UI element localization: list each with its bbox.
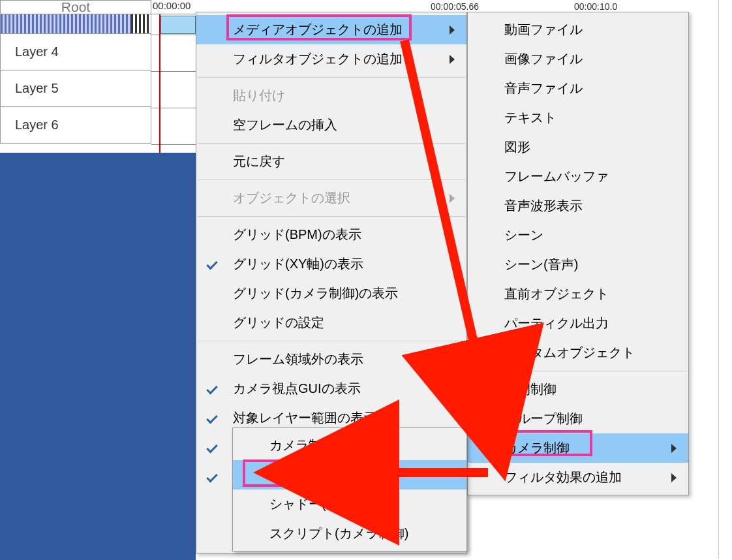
menu-item-label: カスタムオブジェクト: [504, 344, 635, 362]
menu-item[interactable]: カメラ制御: [233, 431, 466, 460]
menu-item[interactable]: 貼り付け: [196, 81, 466, 110]
menu-item-label: フィルタオブジェクトの追加: [233, 50, 403, 68]
menu-item[interactable]: スクリプト(カメラ制御): [233, 519, 466, 548]
checkmark-icon: [206, 471, 218, 482]
menu-item-label: 画像ファイル: [504, 50, 583, 68]
layer-scrollbar[interactable]: [0, 14, 151, 34]
menu-item-label: グループ制御: [504, 410, 583, 428]
menu-item[interactable]: カスタムオブジェクト: [468, 338, 688, 367]
menu-item[interactable]: パーティクル出力: [468, 309, 688, 338]
menu-item-label: カメラ視点GUIの表示: [233, 380, 361, 397]
menu-item-label: グリッドの設定: [233, 314, 324, 332]
checkmark-icon: [206, 412, 218, 424]
layer-name[interactable]: Layer 5: [0, 70, 151, 107]
menu-item-label: 空フレームの挿入: [233, 116, 337, 134]
menu-item-label: カメラ効果: [269, 466, 335, 484]
menu-item[interactable]: 音声波形表示: [468, 191, 688, 221]
menu-item-label: オブジェクトの選択: [233, 189, 350, 207]
menu-item-label: 動画ファイル: [504, 21, 583, 39]
menu-item[interactable]: グループ制御: [468, 404, 688, 433]
menu-item[interactable]: カメラ制御: [468, 433, 688, 463]
menu-item[interactable]: カメラ視点GUIの表示: [196, 374, 466, 403]
timeline-clip[interactable]: [160, 16, 196, 34]
menu-item[interactable]: 直前オブジェクト: [468, 279, 688, 309]
menu-item-label: 対象レイヤー範囲の表示: [233, 409, 376, 427]
menu-item-label: シーン(音声): [504, 256, 578, 273]
menu-item-label: グリッド(XY軸)の表示: [233, 255, 363, 273]
layer-name[interactable]: Layer 4: [0, 34, 151, 70]
menu-item[interactable]: シャドー(カメラ制御): [233, 490, 466, 519]
submenu-arrow-icon: [671, 473, 677, 482]
menu-separator: [198, 143, 465, 144]
menu-item-label: 図形: [504, 138, 530, 156]
menu-item-label: 直前オブジェクト: [504, 285, 609, 303]
submenu-camera-control[interactable]: カメラ制御カメラ効果シャドー(カメラ制御)スクリプト(カメラ制御): [232, 428, 467, 552]
menu-item-label: カメラ制御: [504, 439, 570, 457]
menu-item[interactable]: フィルタオブジェクトの追加: [196, 44, 466, 74]
menu-separator: [198, 77, 465, 78]
ruler-time-0: 00:00:00: [153, 0, 191, 11]
menu-item[interactable]: フレームバッファ: [468, 162, 688, 191]
menu-item[interactable]: 元に戻す: [196, 147, 466, 176]
menu-item-label: カメラ制御: [269, 437, 335, 454]
menu-item[interactable]: 図形: [468, 132, 688, 162]
menu-item[interactable]: オブジェクトの選択: [196, 183, 466, 213]
layer-panel: Root Layer 4 Layer 5 Layer 6: [0, 0, 151, 144]
submenu-arrow-icon: [450, 194, 455, 203]
menu-item[interactable]: テキスト: [468, 103, 688, 132]
menu-item[interactable]: カメラ効果: [233, 460, 466, 490]
menu-item[interactable]: シーン(音声): [468, 250, 688, 279]
menu-item-label: シーン: [504, 226, 543, 244]
timeline-track-background: [0, 153, 151, 560]
menu-item-label: グリッド(カメラ制御)の表示: [233, 285, 398, 302]
menu-item-label: 貼り付け: [233, 87, 285, 104]
ruler-time-2: 00:00:10.0: [574, 1, 617, 12]
menu-item-label: パーティクル出力: [504, 315, 609, 332]
menu-item-label: グリッド(BPM)の表示: [233, 226, 361, 243]
menu-item-label: 元に戻す: [233, 153, 285, 170]
timeline-area[interactable]: 00:00:00: [151, 0, 196, 560]
menu-item[interactable]: グリッド(カメラ制御)の表示: [196, 279, 466, 308]
menu-item-label: フィルタ効果の追加: [504, 469, 622, 486]
menu-separator: [198, 216, 465, 217]
menu-item-label: 音声波形表示: [504, 197, 583, 215]
menu-separator: [198, 179, 465, 180]
timeline-ruler[interactable]: 00:00:00: [151, 0, 196, 14]
menu-item[interactable]: 空フレームの挿入: [196, 110, 466, 140]
menu-item-label: テキスト: [504, 109, 557, 127]
menu-item[interactable]: シーン: [468, 221, 688, 250]
menu-item[interactable]: 画像ファイル: [468, 44, 688, 74]
menu-item[interactable]: メディアオブジェクトの追加: [196, 15, 466, 44]
menu-item[interactable]: グリッド(BPM)の表示: [196, 220, 466, 249]
menu-item-label: メディアオブジェクトの追加: [233, 21, 403, 39]
menu-item[interactable]: 音声ファイル: [468, 74, 688, 103]
menu-item[interactable]: グリッド(XY軸)の表示: [196, 249, 466, 279]
menu-item[interactable]: 時間制御: [468, 375, 688, 404]
menu-item[interactable]: フィルタ効果の追加: [468, 463, 688, 492]
submenu-arrow-icon: [671, 444, 677, 453]
checkmark-icon: [206, 382, 218, 394]
menu-item-label: シャドー(カメラ制御): [269, 495, 395, 513]
checkmark-icon: [206, 258, 218, 270]
ruler-time-1: 00:00:05.66: [431, 1, 479, 12]
menu-item-label: スクリプト(カメラ制御): [269, 525, 408, 542]
menu-item[interactable]: フレーム領域外の表示: [196, 345, 466, 374]
submenu-arrow-icon: [450, 25, 455, 35]
layer-root-label: Root: [0, 0, 151, 14]
menu-item-label: 時間制御: [504, 381, 557, 398]
menu-item-label: フレーム領域外の表示: [233, 350, 363, 368]
menu-item[interactable]: 動画ファイル: [468, 15, 688, 44]
menu-item-label: フレームバッファ: [504, 168, 609, 185]
submenu-arrow-icon: [450, 55, 455, 64]
submenu-media-object[interactable]: 動画ファイル画像ファイル音声ファイルテキスト図形フレームバッファ音声波形表示シー…: [467, 12, 689, 495]
menu-item-label: 音声ファイル: [504, 80, 583, 97]
layer-name[interactable]: Layer 6: [0, 107, 151, 144]
menu-separator: [198, 341, 465, 341]
playhead[interactable]: [159, 14, 160, 153]
checkmark-icon: [206, 441, 218, 453]
menu-item[interactable]: グリッドの設定: [196, 308, 466, 337]
menu-separator: [469, 371, 687, 371]
